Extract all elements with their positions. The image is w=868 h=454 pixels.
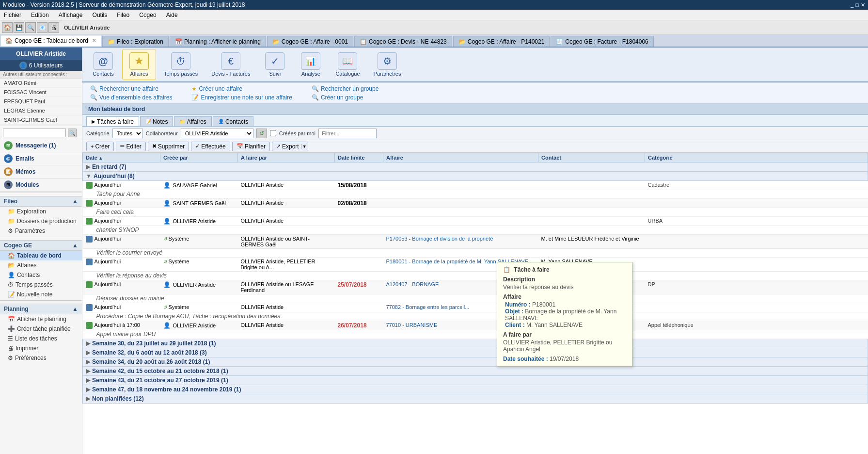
table-row[interactable]: Aujourd'hui ↺ Système OLLIVIER Aristide … <box>83 235 868 249</box>
fileo-header[interactable]: Fileo ▲ <box>0 196 82 207</box>
categorie-select[interactable]: Toutes <box>112 129 143 138</box>
col-date-limite[interactable]: Date limite <box>335 153 383 162</box>
planifier-button[interactable]: 📅 Planifier <box>232 142 270 151</box>
sidebar-item-contacts[interactable]: 👤 Contacts <box>0 270 82 280</box>
table-row[interactable]: Aujourd'hui ↺ Système OLLIVIER Aristide … <box>83 303 868 312</box>
nav-suivi[interactable]: ✓ Suivi <box>258 49 292 80</box>
tab-cogeo-affaire1[interactable]: 📂 Cogeo GE : Affaire - 0001 <box>267 36 353 47</box>
group-row[interactable]: ▶Semaine 34, du 20 août au 26 août 2018 … <box>83 357 868 367</box>
group-expand-icon[interactable]: ▶ <box>86 386 90 393</box>
table-row[interactable]: Aujourd'hui ↺ Système OLLIVIER Aristide,… <box>83 258 868 272</box>
dtab-taches[interactable]: ▶ Tâches à faire <box>86 116 139 126</box>
toolbar-icon-4[interactable]: 📧 <box>37 22 47 33</box>
sidebar-item-exploration[interactable]: 📁 Exploration <box>0 207 82 216</box>
tab-planning[interactable]: 📅 Planning : Afficher le planning <box>170 36 266 47</box>
tab-cogeo-facture[interactable]: 🧾 Cogeo GE : Facture - F1804006 <box>551 36 653 47</box>
collaborateur-select[interactable]: OLLIVIER Aristide <box>181 129 253 138</box>
menu-cogeo[interactable]: Cogeo <box>137 11 158 19</box>
toolbar-icon-1[interactable]: 🏠 <box>2 22 13 33</box>
effectuee-button[interactable]: ✓ Effectuée <box>191 142 230 151</box>
dtab-notes[interactable]: 📝 Notes <box>140 116 173 126</box>
table-row[interactable]: Aujourd'hui 👤 OLLIVIER Aristide OLLIVIER… <box>83 280 868 294</box>
tab-fileo-exploration[interactable]: 📁 Fileo : Exploration <box>102 36 169 47</box>
export-button[interactable]: ↗ Export ▼ <box>272 142 308 151</box>
menu-aide[interactable]: Aide <box>164 11 180 19</box>
link-enregistrer-note[interactable]: 📝 Enregistrer une note sur une affaire <box>191 94 292 101</box>
sidebar-item-imprimer[interactable]: 🖨 Imprimer <box>0 343 82 353</box>
sidebar-users-count[interactable]: 👤 6 Utilisateurs <box>0 60 82 71</box>
sidebar-memos[interactable]: 📝 Mémos <box>0 165 82 178</box>
cogeo-header[interactable]: Cogeo GE ▲ <box>0 240 82 251</box>
group-expand-icon[interactable]: ▶ <box>86 358 90 365</box>
nav-affaires[interactable]: ★ Affaires <box>122 49 156 80</box>
menu-outils[interactable]: Outils <box>91 11 110 19</box>
col-categorie[interactable]: Catégorie <box>645 153 868 162</box>
table-row[interactable]: Aujourd'hui 👤 OLLIVIER Aristide OLLIVIER… <box>83 217 868 226</box>
group-expand-icon[interactable]: ▶ <box>86 349 90 356</box>
menu-fichier[interactable]: Fichier <box>2 11 23 19</box>
sidebar-item-affaires[interactable]: 📂 Affaires <box>0 260 82 270</box>
group-row[interactable]: ▶Semaine 43, du 21 octobre au 27 octobre… <box>83 376 868 385</box>
group-row[interactable]: ▶Non planifiées (12) <box>83 394 868 404</box>
sidebar-item-liste-taches[interactable]: ☰ Liste des tâches <box>0 334 82 343</box>
nav-temps-passes[interactable]: ⏱ Temps passés <box>158 49 204 80</box>
sidebar-search-input[interactable] <box>3 129 66 137</box>
menu-fileo[interactable]: Fileo <box>115 11 131 19</box>
sidebar-messagerie[interactable]: ✉ Messagerie (1) <box>0 139 82 152</box>
creer-button[interactable]: + Créer <box>86 142 114 151</box>
link-rechercher-groupe[interactable]: 🔍 Rechercher un groupe <box>312 85 379 92</box>
dtab-affaires[interactable]: 📁 Affaires <box>174 116 211 126</box>
group-row[interactable]: ▶En retard (7) <box>83 162 868 172</box>
group-row[interactable]: ▶Semaine 42, du 15 octobre au 21 octobre… <box>83 367 868 376</box>
tab-cogeo-devis[interactable]: 📋 Cogeo GE : Devis - NE-44823 <box>354 36 452 47</box>
group-expand-icon[interactable]: ▼ <box>86 173 92 179</box>
nav-catalogue[interactable]: 📖 Catalogue <box>330 49 365 80</box>
col-creee-par[interactable]: Créée par <box>160 153 238 162</box>
tab-cogeo-tableau[interactable]: 🏠 Cogeo GE : Tableau de bord ✕ <box>0 35 101 47</box>
group-expand-icon[interactable]: ▶ <box>86 340 90 347</box>
sidebar-item-tableau-bord[interactable]: 🏠 Tableau de bord <box>0 251 82 260</box>
close-icon[interactable]: ✕ <box>92 38 96 43</box>
toolbar-icon-5[interactable]: 🖨 <box>48 22 59 33</box>
user-legras[interactable]: LEGRAS Etienne <box>0 106 82 115</box>
sidebar-item-temps-passes[interactable]: ⏱ Temps passés <box>0 280 82 290</box>
sidebar-modules[interactable]: ⊞ Modules <box>0 178 82 192</box>
nav-parametres[interactable]: ⚙ Paramètres <box>368 49 407 80</box>
table-row[interactable]: Aujourd'hui 👤 SAUVAGE Gabriel OLLIVIER A… <box>83 181 868 190</box>
group-expand-icon[interactable]: ▶ <box>86 377 90 384</box>
planning-header[interactable]: Planning ▲ <box>0 304 82 314</box>
group-row[interactable]: ▶Semaine 32, du 6 août au 12 août 2018 (… <box>83 348 868 357</box>
col-contact[interactable]: Contact <box>538 153 645 162</box>
group-row[interactable]: ▼Aujourd'hui (8) <box>83 172 868 181</box>
tab-cogeo-affaire2[interactable]: 📂 Cogeo GE : Affaire - P140021 <box>453 36 550 47</box>
group-expand-icon[interactable]: ▶ <box>86 368 90 374</box>
toolbar-icon-3[interactable]: 🔍 <box>25 22 36 33</box>
menu-edition[interactable]: Edition <box>29 11 51 19</box>
filter-text-input[interactable] <box>318 129 377 138</box>
dtab-contacts[interactable]: 👤 Contacts <box>213 116 253 126</box>
sidebar-search-button[interactable]: 🔍 <box>68 129 77 137</box>
supprimer-button[interactable]: ✖ Supprimer <box>148 142 189 151</box>
menu-affichage[interactable]: Affichage <box>57 11 85 19</box>
table-row[interactable]: Aujourd'hui 👤 SAINT-GERMES Gaël OLLIVIER… <box>83 199 868 208</box>
sidebar-emails[interactable]: @ Emails <box>0 152 82 165</box>
group-row[interactable]: ▶Semaine 47, du 18 novembre au 24 novemb… <box>83 385 868 394</box>
col-a-faire-par[interactable]: A faire par <box>238 153 335 162</box>
col-date[interactable]: Date <box>83 153 160 162</box>
link-rechercher-affaire[interactable]: 🔍 Rechercher une affaire <box>90 85 172 92</box>
col-affaire[interactable]: Affaire <box>383 153 538 162</box>
sidebar-item-creer-tache[interactable]: ➕ Créer tâche planifiée <box>0 324 82 334</box>
group-expand-icon[interactable]: ▶ <box>86 163 90 170</box>
user-saint-germes[interactable]: SAINT-GERMES Gaël <box>0 115 82 125</box>
group-expand-icon[interactable]: ▶ <box>86 395 90 402</box>
sidebar-item-parametres-fileo[interactable]: ⚙ Paramètres <box>0 226 82 236</box>
table-row[interactable]: Aujourd'hui à 17:00 👤 OLLIVIER Aristide … <box>83 321 868 330</box>
sidebar-item-afficher-planning[interactable]: 📅 Afficher le planning <box>0 314 82 324</box>
user-foissac[interactable]: FOISSAC Vincent <box>0 88 82 97</box>
sidebar-item-dossiers[interactable]: 📁 Dossiers de production <box>0 216 82 226</box>
link-creer-affaire[interactable]: ★ Créer une affaire <box>191 85 292 92</box>
link-vue-ensemble-affaires[interactable]: 🔍 Vue d'ensemble des affaires <box>90 94 172 101</box>
toolbar-icon-2[interactable]: 💾 <box>14 22 24 33</box>
nav-devis-factures[interactable]: € Devis - Factures <box>205 49 256 80</box>
sidebar-item-nouvelle-note[interactable]: 📝 Nouvelle note <box>0 290 82 299</box>
